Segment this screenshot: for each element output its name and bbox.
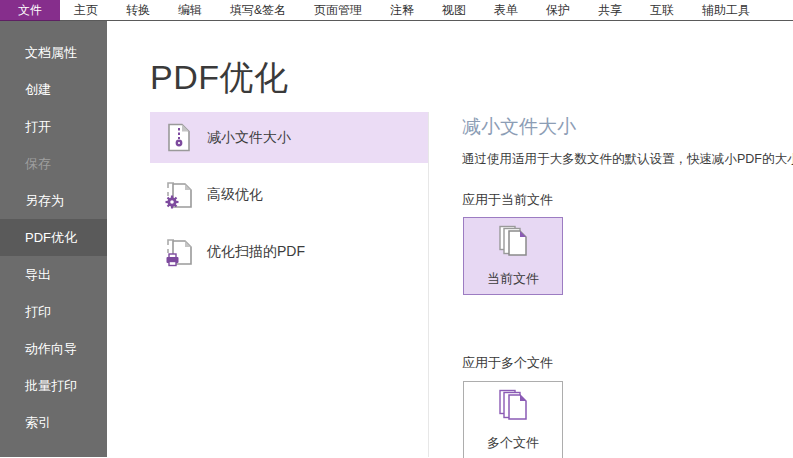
menu-tab-file[interactable]: 文件 [0, 0, 60, 21]
menu-item-view[interactable]: 视图 [428, 0, 480, 20]
stacked-pages-purple-icon [495, 388, 531, 429]
sidebar-item-batch-print[interactable]: 批量打印 [0, 367, 107, 404]
menu-item-protect[interactable]: 保护 [532, 0, 584, 20]
sidebar-item-doc-properties[interactable]: 文档属性 [0, 34, 107, 71]
detail-heading: 减小文件大小 [462, 114, 576, 140]
multiple-files-button-label: 多个文件 [487, 434, 539, 452]
menu-item-share[interactable]: 共享 [584, 0, 636, 20]
menu-item-fill-sign[interactable]: 填写&签名 [216, 0, 300, 20]
backstage-sidebar: 文档属性 创建 打开 保存 另存为 PDF优化 导出 打印 动作向导 批量打印 … [0, 21, 107, 457]
option-advanced-optimization[interactable]: 高级优化 [150, 169, 428, 220]
sidebar-item-action-wizard[interactable]: 动作向导 [0, 330, 107, 367]
sidebar-item-pdf-optimize[interactable]: PDF优化 [0, 219, 107, 256]
page-title: PDF优化 [150, 55, 289, 101]
menu-item-home[interactable]: 主页 [60, 0, 112, 20]
gear-file-icon [165, 180, 193, 210]
current-file-button-label: 当前文件 [487, 270, 539, 288]
panel-divider [428, 112, 429, 457]
apply-multiple-files-label: 应用于多个文件 [462, 354, 553, 372]
apply-current-file-label: 应用于当前文件 [462, 191, 553, 209]
sidebar-item-create[interactable]: 创建 [0, 71, 107, 108]
detail-description: 通过使用适用于大多数文件的默认设置，快速减小PDF的大小。 [462, 151, 793, 168]
sidebar-item-index[interactable]: 索引 [0, 404, 107, 441]
current-file-button[interactable]: 当前文件 [463, 217, 563, 295]
menu-item-accessibility[interactable]: 辅助工具 [688, 0, 764, 20]
file-backstage: 文档属性 创建 打开 保存 另存为 PDF优化 导出 打印 动作向导 批量打印 … [0, 21, 793, 457]
menu-item-form[interactable]: 表单 [480, 0, 532, 20]
menu-bar: 文件 主页 转换 编辑 填写&签名 页面管理 注释 视图 表单 保护 共享 互联… [0, 0, 793, 21]
menu-item-connect[interactable]: 互联 [636, 0, 688, 20]
stacked-pages-icon [495, 224, 531, 265]
compress-file-icon [165, 123, 193, 153]
menu-item-comment[interactable]: 注释 [376, 0, 428, 20]
option-label: 高级优化 [207, 186, 263, 204]
menu-item-page-manage[interactable]: 页面管理 [300, 0, 376, 20]
option-optimize-scanned-pdf[interactable]: 优化扫描的PDF [150, 226, 428, 277]
sidebar-item-open[interactable]: 打开 [0, 108, 107, 145]
sidebar-item-print[interactable]: 打印 [0, 293, 107, 330]
sidebar-item-save: 保存 [0, 145, 107, 182]
option-label: 减小文件大小 [207, 129, 291, 147]
option-label: 优化扫描的PDF [207, 243, 305, 261]
optimize-option-list: 减小文件大小 [150, 112, 428, 283]
sidebar-item-export[interactable]: 导出 [0, 256, 107, 293]
printer-file-icon [165, 237, 193, 267]
pdf-optimize-page: PDF优化 减小文件大小 [107, 21, 793, 457]
option-reduce-file-size[interactable]: 减小文件大小 [150, 112, 428, 163]
multiple-files-button[interactable]: 多个文件 [463, 381, 563, 458]
menu-item-convert[interactable]: 转换 [112, 0, 164, 20]
sidebar-item-save-as[interactable]: 另存为 [0, 182, 107, 219]
menu-item-edit[interactable]: 编辑 [164, 0, 216, 20]
